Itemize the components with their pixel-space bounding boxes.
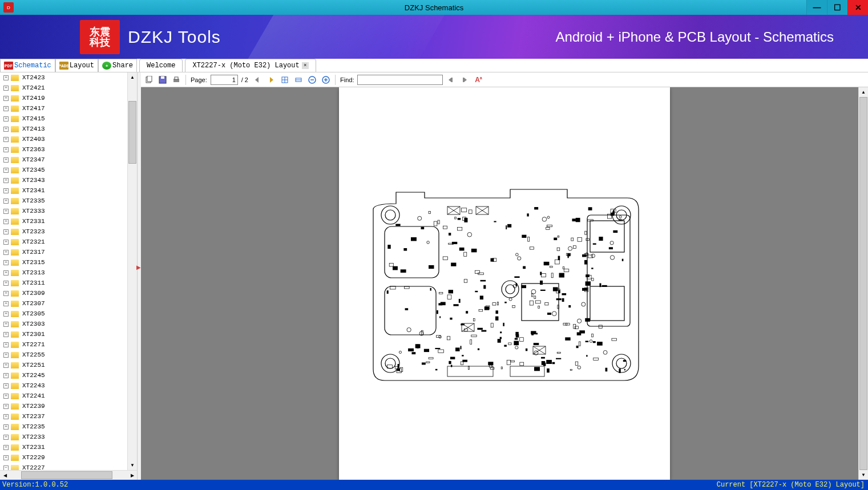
expand-icon[interactable]: + (3, 188, 9, 193)
expand-icon[interactable]: + (3, 106, 9, 111)
mode-tab-share[interactable]: + Share (98, 59, 137, 72)
mode-tab-schematic[interactable]: PDF Schematic (0, 59, 55, 72)
expand-icon[interactable]: + (3, 168, 9, 173)
save-button[interactable] (157, 74, 168, 86)
scroll-down-button[interactable]: ▼ (859, 470, 868, 480)
next-page-button[interactable] (265, 74, 277, 86)
tab-close-icon[interactable]: × (302, 62, 309, 69)
expand-icon[interactable]: + (3, 281, 9, 286)
close-button[interactable]: ✕ (847, 0, 868, 15)
tree-folder-item[interactable]: +XT2321 (0, 237, 127, 247)
expand-icon[interactable]: + (3, 322, 9, 327)
collapse-icon[interactable]: − (3, 465, 9, 471)
tree-folder-item[interactable]: +XT2323 (0, 226, 127, 237)
mode-tab-layout[interactable]: PADS Layout (55, 59, 98, 72)
fit-width-button[interactable] (293, 74, 304, 86)
expand-icon[interactable]: + (3, 311, 9, 317)
expand-icon[interactable]: + (3, 260, 9, 265)
scroll-up-button[interactable]: ▲ (128, 72, 137, 82)
tree-folder-item[interactable]: +XT2347 (0, 155, 127, 165)
print-button[interactable] (171, 74, 182, 86)
expand-icon[interactable]: + (3, 353, 9, 358)
tree-folder-item[interactable]: +XT2343 (0, 175, 127, 185)
expand-icon[interactable]: + (3, 157, 9, 163)
minimize-button[interactable]: — (806, 0, 827, 15)
expand-icon[interactable]: + (3, 96, 9, 101)
scroll-right-button[interactable]: ▶ (127, 471, 137, 480)
fit-page-button[interactable] (279, 74, 290, 86)
tree-folder-item[interactable]: +XT2303 (0, 319, 127, 329)
tree-folder-item[interactable]: +XT2241 (0, 391, 127, 401)
expand-icon[interactable]: + (3, 383, 9, 388)
tree-folder-item[interactable]: +XT2335 (0, 196, 127, 206)
zoom-in-button[interactable] (320, 74, 332, 86)
tree-folder-item[interactable]: +XT2311 (0, 278, 127, 288)
prev-page-button[interactable] (252, 74, 263, 86)
tree-folder-item[interactable]: +XT2415 (0, 114, 127, 124)
tree-folder-item[interactable]: +XT2235 (0, 422, 127, 432)
expand-icon[interactable]: + (3, 373, 9, 378)
tree-folder-item[interactable]: +XT2315 (0, 257, 127, 268)
tree-folder-item[interactable]: +XT2309 (0, 288, 127, 298)
tree-folder-item[interactable]: +XT2345 (0, 165, 127, 175)
find-input[interactable] (357, 75, 443, 85)
tree-folder-item[interactable]: +XT2229 (0, 452, 127, 463)
scroll-thumb[interactable] (859, 97, 867, 470)
find-next-button[interactable] (459, 74, 470, 86)
expand-icon[interactable]: + (3, 445, 9, 450)
tree-folder-item[interactable]: +XT2419 (0, 93, 127, 103)
expand-icon[interactable]: + (3, 424, 9, 430)
tree-folder-item[interactable]: +XT2417 (0, 103, 127, 114)
tree-folder-item[interactable]: +XT2333 (0, 206, 127, 216)
tree-horizontal-scrollbar[interactable]: ◀ ▶ (0, 470, 137, 480)
tree-folder-item[interactable]: +XT2251 (0, 360, 127, 370)
page-number-input[interactable] (211, 75, 238, 85)
tree-folder-item[interactable]: +XT2255 (0, 350, 127, 360)
copy-button[interactable] (143, 74, 155, 86)
maximize-button[interactable]: ☐ (827, 0, 847, 15)
expand-icon[interactable]: + (3, 75, 9, 80)
tree-folder-item[interactable]: +XT2403 (0, 134, 127, 144)
expand-icon[interactable]: + (3, 342, 9, 347)
expand-icon[interactable]: + (3, 404, 9, 409)
expand-icon[interactable]: + (3, 332, 9, 337)
tree-folder-item[interactable]: +XT2421 (0, 83, 127, 93)
tree-folder-item[interactable]: +XT2413 (0, 124, 127, 134)
tree-folder-item[interactable]: +XT2243 (0, 380, 127, 391)
tree-folder-item-open[interactable]: −XT2227 (0, 463, 127, 470)
scroll-up-button[interactable]: ▲ (859, 87, 868, 97)
expand-icon[interactable]: + (3, 127, 9, 132)
expand-icon[interactable]: + (3, 209, 9, 214)
expand-icon[interactable]: + (3, 435, 9, 440)
document-viewer[interactable]: ▲ ▼ (141, 87, 868, 480)
tree-vertical-scrollbar[interactable]: ▲ ▼ (127, 72, 137, 470)
tree-folder-item[interactable]: +XT2363 (0, 144, 127, 155)
expand-icon[interactable]: + (3, 147, 9, 152)
find-prev-button[interactable] (445, 74, 457, 86)
expand-icon[interactable]: + (3, 291, 9, 296)
expand-icon[interactable]: + (3, 229, 9, 234)
tree-folder-item[interactable]: +XT2271 (0, 339, 127, 350)
tree-folder-item[interactable]: +XT2245 (0, 370, 127, 380)
expand-icon[interactable]: + (3, 394, 9, 399)
expand-icon[interactable]: + (3, 137, 9, 142)
tree-folder-item[interactable]: +XT2301 (0, 329, 127, 339)
tree-folder-item[interactable]: +XT2341 (0, 185, 127, 196)
expand-icon[interactable]: + (3, 414, 9, 419)
tree-folder-item[interactable]: +XT2423 (0, 72, 127, 83)
zoom-out-button[interactable] (306, 74, 318, 86)
doc-tab-current[interactable]: XT2227-x (Moto E32) Layout × (185, 59, 316, 72)
tree-folder-item[interactable]: +XT2231 (0, 442, 127, 452)
scroll-thumb[interactable] (128, 101, 136, 164)
tree-folder-item[interactable]: +XT2317 (0, 247, 127, 257)
tree-folder-item[interactable]: +XT2237 (0, 411, 127, 422)
expand-icon[interactable]: + (3, 270, 9, 276)
expand-icon[interactable]: + (3, 116, 9, 122)
tree-folder-item[interactable]: +XT2239 (0, 401, 127, 411)
tree-folder-item[interactable]: +XT2305 (0, 309, 127, 319)
expand-icon[interactable]: + (3, 455, 9, 460)
scroll-left-button[interactable]: ◀ (0, 471, 10, 480)
expand-icon[interactable]: + (3, 301, 9, 306)
expand-icon[interactable]: + (3, 250, 9, 255)
expand-icon[interactable]: + (3, 363, 9, 368)
